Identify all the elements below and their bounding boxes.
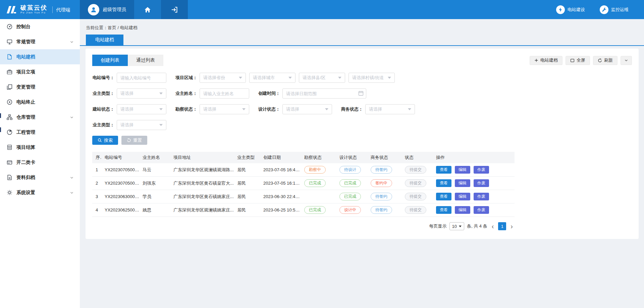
breadcrumb: 当前位置：首页 / 电站建档 <box>80 19 644 35</box>
app-header: 破茧云伏 Po Jian Yun Fu 代理端 超级管理员 <box>0 0 644 19</box>
card-icon <box>7 160 12 165</box>
nav-label: 监控运维 <box>611 7 629 13</box>
sidebar-item-label: 项目立项 <box>16 69 35 75</box>
table-row: 2 YX2023070500010 刘强东 广东深圳龙华区黄石镇皇官大... 居… <box>92 177 515 190</box>
sidebar-item-class2-card[interactable]: 开二类卡 <box>0 155 80 170</box>
county-select[interactable]: 请选择县/区 <box>299 73 345 83</box>
page-tab-station-filing[interactable]: 电站建档 <box>86 35 123 45</box>
col-header-no: 序号 <box>92 155 101 161</box>
logout-button[interactable] <box>161 0 188 19</box>
page-number-button[interactable]: 1 <box>498 222 506 230</box>
design-status-select[interactable]: 请选择 <box>282 104 332 114</box>
view-button[interactable]: 查看 <box>436 179 451 187</box>
sidebar-item-project-settlement[interactable]: 项目结算 <box>0 140 80 155</box>
search-label: 搜索 <box>104 137 113 143</box>
user-name: 超级管理员 <box>103 7 126 13</box>
content-panel: 创建列表 通过列表 电站建档 全屏 刷新 <box>86 49 639 239</box>
town-select[interactable]: 请选择村镇/街道 <box>348 73 395 83</box>
calculator-icon <box>7 144 12 150</box>
add-station-button[interactable]: 电站建档 <box>530 56 562 65</box>
tab-passed-list[interactable]: 通过列表 <box>128 55 163 66</box>
build-status-select[interactable]: 请选择 <box>117 104 166 114</box>
sidebar-scrollbar[interactable] <box>0 127 1 132</box>
dashboard-icon <box>7 24 12 29</box>
fullscreen-icon <box>570 58 575 63</box>
col-header-design: 设计状态 <box>336 155 367 161</box>
chevron-down-icon <box>408 108 411 110</box>
owner-name-input[interactable] <box>200 88 249 99</box>
business-status-badge: 待签约 <box>371 166 392 174</box>
region-label: 项目区域： <box>175 75 197 81</box>
gauge-icon <box>7 129 12 135</box>
search-button[interactable]: 搜索 <box>92 136 118 145</box>
create-time-range-input[interactable] <box>282 88 366 99</box>
app-title: 破茧云伏 <box>20 5 47 11</box>
void-button[interactable]: 作废 <box>474 193 489 200</box>
sidebar-item-general-mgmt[interactable]: 常规管理 <box>0 34 80 49</box>
cell-station-no: YX2023070500011 <box>101 167 139 172</box>
nav-station-build[interactable]: 电站建设 <box>556 5 585 14</box>
city-select[interactable]: 请选择城市 <box>249 73 296 83</box>
prev-page-button[interactable]: ‹ <box>490 223 496 230</box>
edit-button[interactable]: 编辑 <box>455 166 470 174</box>
home-button[interactable] <box>134 0 161 19</box>
void-button[interactable]: 作废 <box>474 166 489 174</box>
file-icon <box>7 54 12 60</box>
sidebar-item-change-mgmt[interactable]: 变更管理 <box>0 79 80 95</box>
station-no-input[interactable] <box>117 73 166 83</box>
owner-type2-select[interactable]: 请选择 <box>117 120 166 130</box>
chevron-down-icon <box>70 115 74 119</box>
station-table: 序号 电站编号 业主姓名 项目地址 业主类型 创建日期 勘察状态 设计状态 商务… <box>92 152 515 217</box>
view-button[interactable]: 查看 <box>436 206 451 214</box>
nav-monitor-ops[interactable]: 监控运维 <box>600 5 629 14</box>
chevron-down-icon <box>70 191 74 195</box>
sidebar-item-system-settings[interactable]: 系统设置 <box>0 185 80 200</box>
per-page-value: 10 <box>452 224 457 229</box>
chevron-down-icon <box>325 108 328 110</box>
cell-owner-type: 居民 <box>234 180 260 186</box>
sidebar-item-station-filing[interactable]: 电站建档 <box>0 49 80 64</box>
sidebar-item-warehouse-mgmt[interactable]: 仓库管理 <box>0 110 80 125</box>
edit-button[interactable]: 编辑 <box>455 179 470 187</box>
edit-button[interactable]: 编辑 <box>455 193 470 200</box>
sidebar-scrollbar[interactable] <box>0 113 1 118</box>
status-badge: 待提交 <box>405 193 426 200</box>
fullscreen-button[interactable]: 全屏 <box>566 56 590 65</box>
cell-created: 2023-06-30 22:45:57 <box>260 194 301 199</box>
edit-button[interactable]: 编辑 <box>455 206 470 214</box>
cell-address: 广东深圳龙华区黄石镇皇官大... <box>170 180 234 186</box>
create-time-label: 创建时间： <box>258 90 280 97</box>
per-page-select[interactable]: 10 <box>449 222 464 230</box>
reset-button[interactable]: 重置 <box>121 136 147 145</box>
refresh-button[interactable]: 刷新 <box>593 56 618 65</box>
toolbar-collapse-button[interactable] <box>621 56 632 65</box>
survey-status-select[interactable]: 请选择 <box>200 104 249 114</box>
user-menu[interactable]: 超级管理员 <box>80 0 134 19</box>
sidebar-item-engineering-mgmt[interactable]: 工程管理 <box>0 125 80 140</box>
reset-icon <box>127 138 131 142</box>
sidebar-item-label: 电站终止 <box>16 99 35 105</box>
province-select[interactable]: 请选择省份 <box>200 73 246 83</box>
sidebar-item-station-termination[interactable]: 电站终止 <box>0 95 80 110</box>
design-status-badge: 设计中 <box>339 206 361 214</box>
business-status-select[interactable]: 请选择 <box>365 104 415 114</box>
settings-icon <box>7 190 12 195</box>
breadcrumb-home[interactable]: 首页 <box>108 25 116 30</box>
breadcrumb-separator: / <box>116 25 120 30</box>
void-button[interactable]: 作废 <box>474 206 489 214</box>
chevron-down-icon <box>288 77 292 79</box>
sidebar-item-project-initiation[interactable]: 项目立项 <box>0 64 80 79</box>
void-button[interactable]: 作废 <box>474 179 489 187</box>
view-button[interactable]: 查看 <box>436 166 451 174</box>
view-button[interactable]: 查看 <box>436 193 451 200</box>
sidebar-item-data-archive[interactable]: 资料归档 <box>0 170 80 185</box>
owner-type-select[interactable]: 请选择 <box>117 88 166 99</box>
tab-create-list[interactable]: 创建列表 <box>92 55 128 66</box>
business-status-badge: 待签约 <box>371 193 392 200</box>
business-status-label: 商务状态： <box>341 106 363 112</box>
panel-tab-bar: 创建列表 通过列表 电站建档 全屏 刷新 <box>92 55 632 66</box>
next-page-button[interactable]: › <box>509 223 515 230</box>
cell-owner-type: 居民 <box>234 207 260 213</box>
sidebar-item-console[interactable]: 控制台 <box>0 19 80 34</box>
header-right-nav: 电站建设 监控运维 <box>556 0 644 19</box>
